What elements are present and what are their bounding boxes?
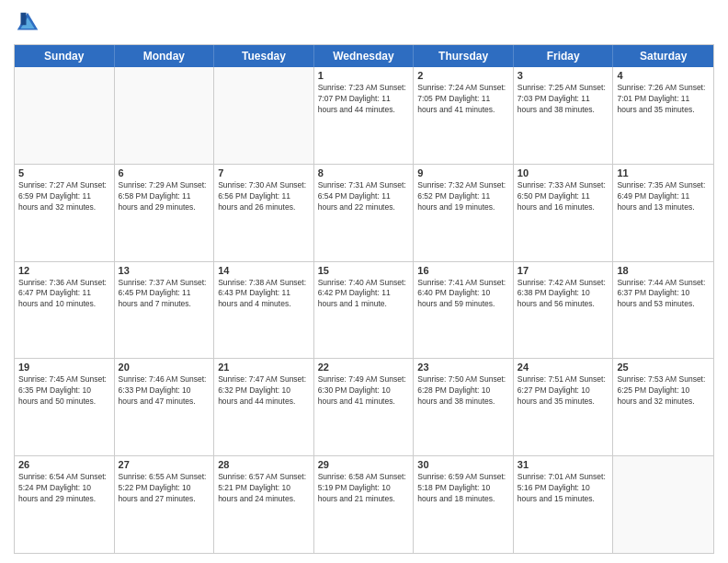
calendar-cell: 10Sunrise: 7:33 AM Sunset: 6:50 PM Dayli… <box>514 165 614 261</box>
cell-info: Sunrise: 6:59 AM Sunset: 5:18 PM Dayligh… <box>417 472 509 505</box>
calendar-cell <box>115 67 215 164</box>
cell-date: 2 <box>417 70 509 81</box>
cell-date: 20 <box>119 362 210 373</box>
cell-info: Sunrise: 7:32 AM Sunset: 6:52 PM Dayligh… <box>417 180 509 213</box>
calendar-cell: 14Sunrise: 7:38 AM Sunset: 6:43 PM Dayli… <box>214 262 314 359</box>
cell-info: Sunrise: 7:24 AM Sunset: 7:05 PM Dayligh… <box>417 83 509 116</box>
cell-info: Sunrise: 7:31 AM Sunset: 6:54 PM Dayligh… <box>318 180 410 213</box>
calendar-cell: 16Sunrise: 7:41 AM Sunset: 6:40 PM Dayli… <box>414 262 514 359</box>
cell-date: 27 <box>119 459 210 470</box>
cell-info: Sunrise: 7:42 AM Sunset: 6:38 PM Dayligh… <box>518 278 609 311</box>
cell-date: 13 <box>119 265 210 276</box>
cell-info: Sunrise: 7:46 AM Sunset: 6:33 PM Dayligh… <box>119 374 210 408</box>
calendar-cell: 28Sunrise: 6:57 AM Sunset: 5:21 PM Dayli… <box>214 456 314 553</box>
cell-info: Sunrise: 7:25 AM Sunset: 7:03 PM Dayligh… <box>518 83 609 116</box>
calendar-row: 26Sunrise: 6:54 AM Sunset: 5:24 PM Dayli… <box>15 456 713 553</box>
cell-info: Sunrise: 7:51 AM Sunset: 6:27 PM Dayligh… <box>518 374 609 408</box>
calendar-cell: 23Sunrise: 7:50 AM Sunset: 6:28 PM Dayli… <box>414 359 514 455</box>
calendar-cell: 3Sunrise: 7:25 AM Sunset: 7:03 PM Daylig… <box>514 67 614 164</box>
day-header-wednesday: Wednesday <box>314 45 415 67</box>
cell-info: Sunrise: 7:49 AM Sunset: 6:30 PM Dayligh… <box>318 374 410 408</box>
calendar-cell: 25Sunrise: 7:53 AM Sunset: 6:25 PM Dayli… <box>613 359 713 455</box>
page: SundayMondayTuesdayWednesdayThursdayFrid… <box>0 0 728 563</box>
calendar-cell: 24Sunrise: 7:51 AM Sunset: 6:27 PM Dayli… <box>514 359 614 455</box>
calendar: SundayMondayTuesdayWednesdayThursdayFrid… <box>14 44 714 554</box>
cell-info: Sunrise: 7:41 AM Sunset: 6:40 PM Dayligh… <box>417 278 509 311</box>
cell-info: Sunrise: 6:55 AM Sunset: 5:22 PM Dayligh… <box>119 472 210 505</box>
cell-info: Sunrise: 7:36 AM Sunset: 6:47 PM Dayligh… <box>18 278 110 311</box>
cell-info: Sunrise: 7:33 AM Sunset: 6:50 PM Dayligh… <box>518 180 609 213</box>
calendar-cell: 22Sunrise: 7:49 AM Sunset: 6:30 PM Dayli… <box>314 359 415 455</box>
cell-info: Sunrise: 7:53 AM Sunset: 6:25 PM Dayligh… <box>617 374 710 408</box>
cell-info: Sunrise: 6:54 AM Sunset: 5:24 PM Dayligh… <box>18 472 110 505</box>
cell-date: 25 <box>617 362 710 373</box>
cell-date: 9 <box>417 167 509 178</box>
header <box>14 9 714 37</box>
cell-date: 8 <box>318 167 410 178</box>
calendar-cell: 21Sunrise: 7:47 AM Sunset: 6:32 PM Dayli… <box>214 359 314 455</box>
calendar-cell: 31Sunrise: 7:01 AM Sunset: 5:16 PM Dayli… <box>514 456 614 553</box>
calendar-header: SundayMondayTuesdayWednesdayThursdayFrid… <box>15 45 713 67</box>
day-header-tuesday: Tuesday <box>214 45 314 67</box>
cell-info: Sunrise: 7:26 AM Sunset: 7:01 PM Dayligh… <box>617 83 710 116</box>
calendar-cell: 27Sunrise: 6:55 AM Sunset: 5:22 PM Dayli… <box>115 456 215 553</box>
cell-date: 15 <box>318 265 410 276</box>
calendar-cell <box>15 67 115 164</box>
calendar-cell: 20Sunrise: 7:46 AM Sunset: 6:33 PM Dayli… <box>115 359 215 455</box>
cell-date: 26 <box>18 459 110 470</box>
calendar-cell: 9Sunrise: 7:32 AM Sunset: 6:52 PM Daylig… <box>414 165 514 261</box>
cell-date: 1 <box>318 70 410 81</box>
day-header-friday: Friday <box>514 45 614 67</box>
calendar-cell <box>613 456 713 553</box>
cell-info: Sunrise: 6:58 AM Sunset: 5:19 PM Dayligh… <box>318 472 410 505</box>
cell-info: Sunrise: 7:45 AM Sunset: 6:35 PM Dayligh… <box>18 374 110 408</box>
calendar-body: 1Sunrise: 7:23 AM Sunset: 7:07 PM Daylig… <box>15 67 713 553</box>
cell-date: 28 <box>218 459 310 470</box>
cell-date: 14 <box>218 265 310 276</box>
calendar-cell: 18Sunrise: 7:44 AM Sunset: 6:37 PM Dayli… <box>613 262 713 359</box>
cell-date: 17 <box>518 265 609 276</box>
calendar-cell: 26Sunrise: 6:54 AM Sunset: 5:24 PM Dayli… <box>15 456 115 553</box>
calendar-cell: 11Sunrise: 7:35 AM Sunset: 6:49 PM Dayli… <box>613 165 713 261</box>
calendar-cell: 15Sunrise: 7:40 AM Sunset: 6:42 PM Dayli… <box>314 262 415 359</box>
day-header-thursday: Thursday <box>414 45 514 67</box>
cell-date: 4 <box>617 70 710 81</box>
calendar-cell: 2Sunrise: 7:24 AM Sunset: 7:05 PM Daylig… <box>414 67 514 164</box>
calendar-cell: 8Sunrise: 7:31 AM Sunset: 6:54 PM Daylig… <box>314 165 415 261</box>
cell-info: Sunrise: 7:37 AM Sunset: 6:45 PM Dayligh… <box>119 278 210 311</box>
cell-date: 30 <box>417 459 509 470</box>
cell-date: 12 <box>18 265 110 276</box>
cell-date: 23 <box>417 362 509 373</box>
logo <box>14 9 45 37</box>
day-header-saturday: Saturday <box>613 45 713 67</box>
calendar-row: 5Sunrise: 7:27 AM Sunset: 6:59 PM Daylig… <box>15 165 713 262</box>
calendar-cell: 12Sunrise: 7:36 AM Sunset: 6:47 PM Dayli… <box>15 262 115 359</box>
calendar-cell: 13Sunrise: 7:37 AM Sunset: 6:45 PM Dayli… <box>115 262 215 359</box>
cell-date: 31 <box>518 459 609 470</box>
cell-date: 11 <box>617 167 710 178</box>
calendar-cell: 6Sunrise: 7:29 AM Sunset: 6:58 PM Daylig… <box>115 165 215 261</box>
calendar-cell: 7Sunrise: 7:30 AM Sunset: 6:56 PM Daylig… <box>214 165 314 261</box>
calendar-cell: 17Sunrise: 7:42 AM Sunset: 6:38 PM Dayli… <box>514 262 614 359</box>
day-header-sunday: Sunday <box>15 45 115 67</box>
calendar-row: 12Sunrise: 7:36 AM Sunset: 6:47 PM Dayli… <box>15 262 713 360</box>
cell-info: Sunrise: 7:47 AM Sunset: 6:32 PM Dayligh… <box>218 374 310 408</box>
cell-date: 5 <box>18 167 110 178</box>
calendar-row: 19Sunrise: 7:45 AM Sunset: 6:35 PM Dayli… <box>15 359 713 456</box>
svg-rect-2 <box>21 13 27 26</box>
cell-date: 22 <box>318 362 410 373</box>
cell-info: Sunrise: 7:50 AM Sunset: 6:28 PM Dayligh… <box>417 374 509 408</box>
calendar-cell: 30Sunrise: 6:59 AM Sunset: 5:18 PM Dayli… <box>414 456 514 553</box>
cell-date: 10 <box>518 167 609 178</box>
cell-info: Sunrise: 7:44 AM Sunset: 6:37 PM Dayligh… <box>617 278 710 311</box>
cell-date: 3 <box>518 70 609 81</box>
cell-date: 29 <box>318 459 410 470</box>
cell-info: Sunrise: 7:35 AM Sunset: 6:49 PM Dayligh… <box>617 180 710 213</box>
cell-info: Sunrise: 7:30 AM Sunset: 6:56 PM Dayligh… <box>218 180 310 213</box>
cell-info: Sunrise: 7:40 AM Sunset: 6:42 PM Dayligh… <box>318 278 410 311</box>
cell-info: Sunrise: 7:23 AM Sunset: 7:07 PM Dayligh… <box>318 83 410 116</box>
cell-info: Sunrise: 7:38 AM Sunset: 6:43 PM Dayligh… <box>218 278 310 311</box>
cell-info: Sunrise: 7:27 AM Sunset: 6:59 PM Dayligh… <box>18 180 110 213</box>
calendar-row: 1Sunrise: 7:23 AM Sunset: 7:07 PM Daylig… <box>15 67 713 165</box>
calendar-cell <box>214 67 314 164</box>
